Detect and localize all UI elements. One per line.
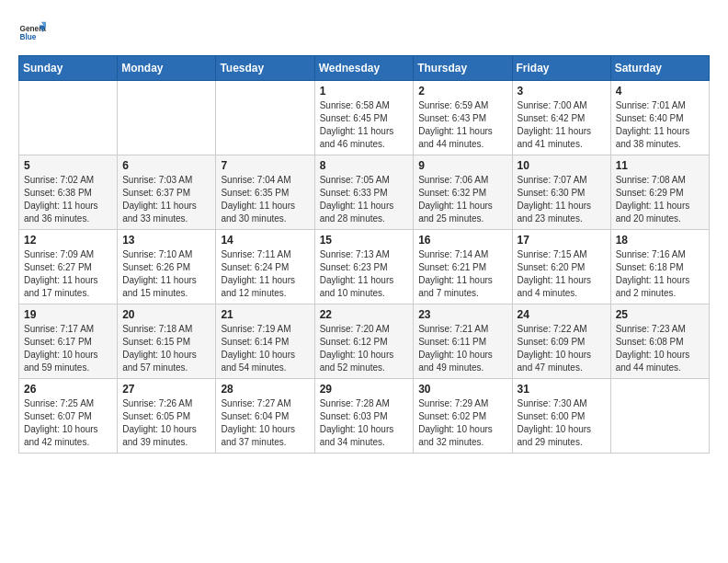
day-number: 10 bbox=[518, 159, 606, 172]
day-number: 18 bbox=[616, 234, 704, 247]
calendar-cell: 12Sunrise: 7:09 AM Sunset: 6:27 PM Dayli… bbox=[19, 230, 118, 304]
calendar-table: SundayMondayTuesdayWednesdayThursdayFrid… bbox=[18, 55, 710, 454]
calendar-cell: 31Sunrise: 7:30 AM Sunset: 6:00 PM Dayli… bbox=[512, 379, 610, 454]
day-info: Sunrise: 7:18 AM Sunset: 6:15 PM Dayligh… bbox=[122, 323, 210, 374]
calendar-cell: 15Sunrise: 7:13 AM Sunset: 6:23 PM Dayli… bbox=[314, 230, 414, 304]
calendar-cell: 10Sunrise: 7:07 AM Sunset: 6:30 PM Dayli… bbox=[512, 155, 610, 230]
day-number: 8 bbox=[320, 159, 409, 172]
day-info: Sunrise: 7:30 AM Sunset: 6:00 PM Dayligh… bbox=[518, 397, 606, 449]
calendar-cell: 19Sunrise: 7:17 AM Sunset: 6:17 PM Dayli… bbox=[19, 304, 118, 379]
svg-text:Blue: Blue bbox=[20, 33, 37, 41]
day-info: Sunrise: 7:10 AM Sunset: 6:26 PM Dayligh… bbox=[122, 248, 210, 300]
day-number: 19 bbox=[24, 308, 112, 321]
calendar-cell: 26Sunrise: 7:25 AM Sunset: 6:07 PM Dayli… bbox=[19, 379, 118, 454]
calendar-cell: 17Sunrise: 7:15 AM Sunset: 6:20 PM Dayli… bbox=[512, 230, 610, 304]
calendar-cell: 2Sunrise: 6:59 AM Sunset: 6:43 PM Daylig… bbox=[414, 81, 512, 155]
day-info: Sunrise: 7:11 AM Sunset: 6:24 PM Dayligh… bbox=[221, 248, 309, 300]
day-info: Sunrise: 7:00 AM Sunset: 6:42 PM Dayligh… bbox=[518, 99, 606, 151]
day-number: 27 bbox=[122, 383, 210, 396]
day-number: 16 bbox=[418, 234, 506, 247]
day-info: Sunrise: 7:22 AM Sunset: 6:09 PM Dayligh… bbox=[518, 323, 606, 374]
calendar-week-row: 5Sunrise: 7:02 AM Sunset: 6:38 PM Daylig… bbox=[19, 155, 710, 230]
calendar-cell: 1Sunrise: 6:58 AM Sunset: 6:45 PM Daylig… bbox=[314, 81, 414, 155]
day-number: 11 bbox=[616, 159, 704, 172]
calendar-cell bbox=[19, 81, 118, 155]
day-info: Sunrise: 7:09 AM Sunset: 6:27 PM Dayligh… bbox=[24, 248, 112, 300]
weekday-header-monday: Monday bbox=[118, 56, 216, 81]
calendar-cell: 3Sunrise: 7:00 AM Sunset: 6:42 PM Daylig… bbox=[512, 81, 610, 155]
day-info: Sunrise: 7:19 AM Sunset: 6:14 PM Dayligh… bbox=[221, 323, 309, 374]
weekday-header-wednesday: Wednesday bbox=[314, 56, 414, 81]
weekday-header-thursday: Thursday bbox=[414, 56, 512, 81]
calendar-cell: 20Sunrise: 7:18 AM Sunset: 6:15 PM Dayli… bbox=[118, 304, 216, 379]
day-number: 17 bbox=[518, 234, 606, 247]
day-info: Sunrise: 7:16 AM Sunset: 6:18 PM Dayligh… bbox=[616, 248, 704, 300]
day-info: Sunrise: 7:27 AM Sunset: 6:04 PM Dayligh… bbox=[221, 397, 309, 449]
day-info: Sunrise: 6:59 AM Sunset: 6:43 PM Dayligh… bbox=[418, 99, 506, 151]
day-number: 23 bbox=[418, 308, 506, 321]
calendar-cell: 11Sunrise: 7:08 AM Sunset: 6:29 PM Dayli… bbox=[610, 155, 709, 230]
calendar-cell: 4Sunrise: 7:01 AM Sunset: 6:40 PM Daylig… bbox=[610, 81, 709, 155]
logo-icon: General Blue bbox=[18, 18, 46, 46]
day-info: Sunrise: 7:03 AM Sunset: 6:37 PM Dayligh… bbox=[122, 174, 210, 225]
day-number: 30 bbox=[418, 383, 506, 396]
calendar-cell: 29Sunrise: 7:28 AM Sunset: 6:03 PM Dayli… bbox=[314, 379, 414, 454]
calendar-cell: 30Sunrise: 7:29 AM Sunset: 6:02 PM Dayli… bbox=[414, 379, 512, 454]
logo: General Blue bbox=[18, 18, 50, 46]
calendar-cell: 7Sunrise: 7:04 AM Sunset: 6:35 PM Daylig… bbox=[216, 155, 314, 230]
day-info: Sunrise: 7:07 AM Sunset: 6:30 PM Dayligh… bbox=[518, 174, 606, 225]
calendar-cell: 28Sunrise: 7:27 AM Sunset: 6:04 PM Dayli… bbox=[216, 379, 314, 454]
day-number: 6 bbox=[122, 159, 210, 172]
day-info: Sunrise: 7:28 AM Sunset: 6:03 PM Dayligh… bbox=[320, 397, 409, 449]
day-info: Sunrise: 7:23 AM Sunset: 6:08 PM Dayligh… bbox=[616, 323, 704, 374]
calendar-cell: 18Sunrise: 7:16 AM Sunset: 6:18 PM Dayli… bbox=[610, 230, 709, 304]
calendar-cell: 22Sunrise: 7:20 AM Sunset: 6:12 PM Dayli… bbox=[314, 304, 414, 379]
weekday-header-row: SundayMondayTuesdayWednesdayThursdayFrid… bbox=[19, 56, 710, 81]
day-info: Sunrise: 7:08 AM Sunset: 6:29 PM Dayligh… bbox=[616, 174, 704, 225]
day-number: 20 bbox=[122, 308, 210, 321]
day-info: Sunrise: 7:14 AM Sunset: 6:21 PM Dayligh… bbox=[418, 248, 506, 300]
day-number: 3 bbox=[518, 85, 606, 98]
day-number: 7 bbox=[221, 159, 309, 172]
calendar-cell bbox=[610, 379, 709, 454]
day-number: 4 bbox=[616, 85, 704, 98]
day-number: 29 bbox=[320, 383, 409, 396]
calendar-week-row: 1Sunrise: 6:58 AM Sunset: 6:45 PM Daylig… bbox=[19, 81, 710, 155]
day-info: Sunrise: 7:20 AM Sunset: 6:12 PM Dayligh… bbox=[320, 323, 409, 374]
day-number: 31 bbox=[518, 383, 606, 396]
day-info: Sunrise: 7:13 AM Sunset: 6:23 PM Dayligh… bbox=[320, 248, 409, 300]
day-info: Sunrise: 7:04 AM Sunset: 6:35 PM Dayligh… bbox=[221, 174, 309, 225]
weekday-header-sunday: Sunday bbox=[19, 56, 118, 81]
calendar-week-row: 19Sunrise: 7:17 AM Sunset: 6:17 PM Dayli… bbox=[19, 304, 710, 379]
calendar-cell: 27Sunrise: 7:26 AM Sunset: 6:05 PM Dayli… bbox=[118, 379, 216, 454]
day-number: 28 bbox=[221, 383, 309, 396]
day-number: 14 bbox=[221, 234, 309, 247]
calendar-cell bbox=[216, 81, 314, 155]
day-number: 12 bbox=[24, 234, 112, 247]
day-info: Sunrise: 7:15 AM Sunset: 6:20 PM Dayligh… bbox=[518, 248, 606, 300]
weekday-header-saturday: Saturday bbox=[610, 56, 709, 81]
day-number: 9 bbox=[418, 159, 506, 172]
calendar-cell: 16Sunrise: 7:14 AM Sunset: 6:21 PM Dayli… bbox=[414, 230, 512, 304]
calendar-cell bbox=[118, 81, 216, 155]
day-number: 13 bbox=[122, 234, 210, 247]
day-info: Sunrise: 7:02 AM Sunset: 6:38 PM Dayligh… bbox=[24, 174, 112, 225]
page-header: General Blue bbox=[18, 18, 710, 46]
calendar-cell: 9Sunrise: 7:06 AM Sunset: 6:32 PM Daylig… bbox=[414, 155, 512, 230]
weekday-header-friday: Friday bbox=[512, 56, 610, 81]
day-info: Sunrise: 7:01 AM Sunset: 6:40 PM Dayligh… bbox=[616, 99, 704, 151]
day-info: Sunrise: 7:06 AM Sunset: 6:32 PM Dayligh… bbox=[418, 174, 506, 225]
day-info: Sunrise: 7:26 AM Sunset: 6:05 PM Dayligh… bbox=[122, 397, 210, 449]
day-info: Sunrise: 7:17 AM Sunset: 6:17 PM Dayligh… bbox=[24, 323, 112, 374]
day-info: Sunrise: 6:58 AM Sunset: 6:45 PM Dayligh… bbox=[320, 99, 409, 151]
day-number: 15 bbox=[320, 234, 409, 247]
calendar-cell: 6Sunrise: 7:03 AM Sunset: 6:37 PM Daylig… bbox=[118, 155, 216, 230]
day-number: 21 bbox=[221, 308, 309, 321]
calendar-cell: 14Sunrise: 7:11 AM Sunset: 6:24 PM Dayli… bbox=[216, 230, 314, 304]
day-number: 5 bbox=[24, 159, 112, 172]
day-info: Sunrise: 7:21 AM Sunset: 6:11 PM Dayligh… bbox=[418, 323, 506, 374]
day-number: 25 bbox=[616, 308, 704, 321]
weekday-header-tuesday: Tuesday bbox=[216, 56, 314, 81]
calendar-cell: 21Sunrise: 7:19 AM Sunset: 6:14 PM Dayli… bbox=[216, 304, 314, 379]
calendar-cell: 23Sunrise: 7:21 AM Sunset: 6:11 PM Dayli… bbox=[414, 304, 512, 379]
